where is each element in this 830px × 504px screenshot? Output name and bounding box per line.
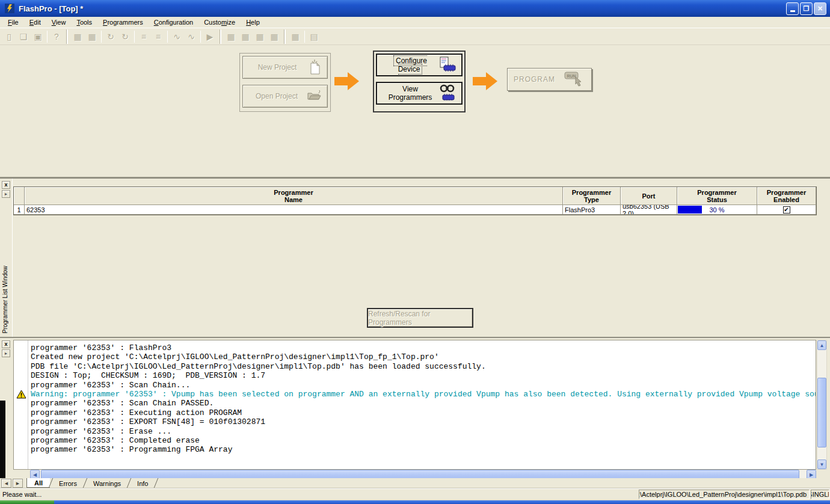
run-hand-icon: RUN xyxy=(564,71,585,88)
menu-configuration[interactable]: Configuration xyxy=(149,17,198,27)
column-header[interactable]: ProgrammerType xyxy=(563,187,621,205)
device-button-group: Configure Device View Programmers xyxy=(373,51,466,112)
log-line: programmer '62353' : EXPORT FSN[48] = 01… xyxy=(31,417,816,426)
window-title: FlashPro - [Top] * xyxy=(19,4,786,13)
scroll-up-icon[interactable]: ▲ xyxy=(817,340,826,350)
menu-bar: FileEditViewToolsProgrammersConfiguratio… xyxy=(0,17,830,28)
flow-arrow-icon xyxy=(473,72,497,90)
programmer-enabled-cell: ✔ xyxy=(757,205,816,215)
log-line: programmer '62353' : Erase ... xyxy=(31,427,816,436)
toolbar-separator xyxy=(304,31,305,43)
tab-all[interactable]: All xyxy=(26,478,50,488)
menu-help[interactable]: Help xyxy=(241,17,265,27)
port-cell: usb62353 (USB 2.0) xyxy=(621,205,677,215)
programmer-details-icon[interactable]: ≡ xyxy=(151,30,165,43)
view-programmers-button[interactable]: View Programmers xyxy=(376,82,463,105)
new-project-icon[interactable]: ▯ xyxy=(2,30,16,43)
log-dock-bar xyxy=(0,401,5,478)
column-header[interactable]: ProgrammerStatus xyxy=(677,187,757,205)
log-tabs: AllErrorsWarningsInfo xyxy=(26,478,157,488)
verify-device-icon[interactable]: ▦ xyxy=(253,30,267,43)
log-notes-icon[interactable]: ▤ xyxy=(307,30,321,43)
close-pane-icon[interactable]: x xyxy=(2,181,10,189)
menu-view[interactable]: View xyxy=(46,17,72,27)
start-button-edge[interactable] xyxy=(0,500,54,504)
log-line: programmer '62353' : FlashPro3 xyxy=(31,343,816,352)
menu-customize[interactable]: Customize xyxy=(198,17,241,27)
taskbar-edge xyxy=(54,500,830,504)
window-controls: ❐ ✕ xyxy=(786,2,826,15)
log-line: programmer '62353' : Scan Chain... xyxy=(31,381,816,390)
refresh-ids-icon[interactable]: ↻ xyxy=(103,30,118,43)
menu-tools[interactable]: Tools xyxy=(71,17,97,27)
run-action-icon[interactable]: ▶ xyxy=(203,30,217,43)
pin-log-icon[interactable]: ▸ xyxy=(2,349,10,357)
column-header[interactable]: Port xyxy=(621,187,677,205)
toolbar-separator xyxy=(134,31,135,43)
configure-device-button[interactable]: Configure Device xyxy=(376,54,463,76)
single-device-icon[interactable]: ▦ xyxy=(70,30,85,43)
programmer-list-icon[interactable]: ≡ xyxy=(137,30,151,43)
toolbar-separator xyxy=(200,31,201,43)
device-info-icon[interactable]: ▦ xyxy=(267,30,281,43)
close-button[interactable]: ✕ xyxy=(814,2,826,15)
restore-button[interactable]: ❐ xyxy=(800,2,813,15)
configure-device-label: Configure Device xyxy=(393,55,427,75)
tab-info[interactable]: Info xyxy=(130,478,155,488)
save-project-icon[interactable]: ▣ xyxy=(31,30,45,43)
app-icon xyxy=(5,3,16,14)
log-line: Created new project 'C:\Actelprj\IGLOO\L… xyxy=(31,352,816,361)
log-vertical-scrollbar[interactable]: ▲ ▼ xyxy=(817,340,827,470)
help-icon[interactable]: ? xyxy=(49,30,64,43)
flashpro-window: FlashPro - [Top] * ❐ ✕ FileEditViewTools… xyxy=(0,0,830,504)
pin-pane-icon[interactable]: ▸ xyxy=(2,190,10,198)
scroll-down-icon[interactable]: ▼ xyxy=(817,459,826,469)
table-header-row: ProgrammerNameProgrammerTypePortProgramm… xyxy=(14,187,816,205)
tab-scroll-left-icon[interactable]: ◀ xyxy=(1,479,11,488)
program-device-icon[interactable]: ▦ xyxy=(238,30,253,43)
taskbar-sliver xyxy=(0,500,830,504)
column-header[interactable]: ProgrammerName xyxy=(25,187,563,205)
toolbar-separator xyxy=(284,29,286,44)
enabled-checkbox[interactable]: ✔ xyxy=(783,206,790,214)
open-project-icon[interactable]: ❏ xyxy=(16,30,31,43)
refresh-rescan-button[interactable]: Refresh/Rescan for Programmers xyxy=(367,308,473,328)
new-project-button[interactable]: New Project xyxy=(242,56,328,79)
disconnect-programmer-icon[interactable]: ∿ xyxy=(184,30,198,43)
tab-scroll-right-icon[interactable]: ▶ xyxy=(13,479,23,488)
programmer-table: ProgrammerNameProgrammerTypePortProgramm… xyxy=(13,186,817,215)
column-header[interactable]: ProgrammerEnabled xyxy=(757,187,816,205)
scan-chain-icon[interactable]: ↻ xyxy=(118,30,132,43)
log-line: programmer '62353' : Scan Chain PASSED. xyxy=(31,399,816,408)
open-project-button[interactable]: Open Project xyxy=(242,85,328,108)
status-bar: Please wait... C:\Actelprj\IGLOO\Led_Pat… xyxy=(0,488,830,500)
select-device-icon[interactable]: ▦ xyxy=(288,30,303,43)
vertical-scroll-thumb[interactable] xyxy=(817,378,826,447)
tab-warnings[interactable]: Warnings xyxy=(86,478,128,488)
status-mode-badge: SINGLE xyxy=(811,490,829,499)
new-project-label: New Project xyxy=(248,63,307,72)
minimize-button[interactable] xyxy=(786,2,799,15)
log-gutter xyxy=(14,340,28,469)
menu-programmers[interactable]: Programmers xyxy=(97,17,149,27)
erase-device-icon[interactable]: ▦ xyxy=(224,30,238,43)
row-number-cell: 1 xyxy=(14,205,25,215)
menu-file[interactable]: File xyxy=(2,17,24,27)
program-button[interactable]: PROGRAM RUN xyxy=(507,68,592,91)
tab-errors[interactable]: Errors xyxy=(52,478,84,488)
toolbar-separator xyxy=(66,29,68,44)
log-line: programmer '62353' : Completed erase xyxy=(31,436,816,445)
toolbar-separator xyxy=(101,31,102,43)
programmer-row[interactable]: 162353FlashPro3usb62353 (USB 2.0)30 %✔ xyxy=(14,205,816,215)
view-programmers-label: View Programmers xyxy=(382,85,438,102)
status-message: Please wait... xyxy=(2,491,42,498)
toolbar-separator xyxy=(167,31,168,43)
close-log-icon[interactable]: x xyxy=(2,340,10,348)
connect-programmer-icon[interactable]: ∿ xyxy=(170,30,184,43)
programmer-type-cell: FlashPro3 xyxy=(563,205,621,215)
chain-device-icon[interactable]: ▦ xyxy=(85,30,99,43)
toolbar-separator xyxy=(220,29,221,44)
log-line: PDB file 'C:\Actelprj\IGLOO\Led_PatternP… xyxy=(31,362,816,371)
menu-edit[interactable]: Edit xyxy=(24,17,46,27)
toolbar: ▯❏▣?▦▦↻↻≡≡∿∿▶▦▦▦▦▦▤ xyxy=(0,28,830,45)
